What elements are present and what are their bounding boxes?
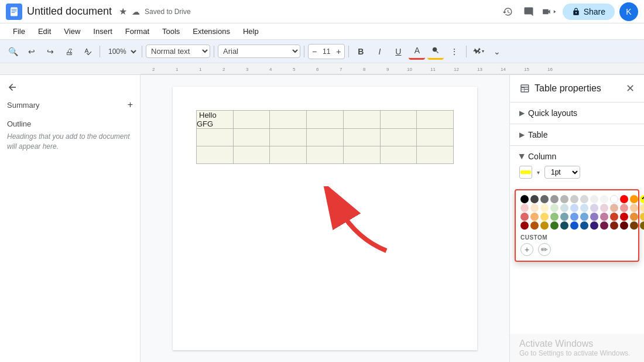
- table-cell[interactable]: [307, 111, 344, 129]
- color-swatch[interactable]: [630, 221, 638, 230]
- color-swatch[interactable]: [600, 204, 608, 212]
- color-swatch-orange[interactable]: [630, 195, 638, 203]
- text-color-button[interactable]: A: [409, 43, 425, 60]
- color-swatch[interactable]: [520, 213, 529, 221]
- menu-help[interactable]: Help: [237, 25, 265, 38]
- color-swatch[interactable]: [540, 221, 549, 230]
- color-swatch[interactable]: [550, 221, 559, 230]
- menu-view[interactable]: View: [58, 25, 86, 38]
- border-color-indicator[interactable]: [519, 166, 532, 179]
- edit-custom-color-button[interactable]: ✏: [538, 243, 551, 256]
- table-cell[interactable]: [343, 111, 380, 129]
- color-swatch[interactable]: [530, 204, 539, 212]
- color-swatch[interactable]: [550, 195, 559, 203]
- color-swatch[interactable]: [610, 221, 618, 230]
- color-swatch[interactable]: [530, 213, 539, 221]
- color-swatch[interactable]: [590, 204, 598, 212]
- color-swatch[interactable]: [540, 213, 549, 221]
- table-cell[interactable]: [270, 146, 307, 164]
- table-cell[interactable]: [197, 129, 234, 146]
- share-button[interactable]: Share: [563, 4, 615, 20]
- table-cell[interactable]: [270, 111, 307, 129]
- color-swatch[interactable]: [570, 195, 578, 203]
- color-swatch[interactable]: [570, 221, 578, 230]
- italic-button[interactable]: I: [371, 43, 388, 60]
- border-color-dropdown-arrow[interactable]: ▾: [537, 169, 540, 176]
- line-color-button[interactable]: ▾: [470, 43, 487, 60]
- color-swatch[interactable]: [580, 213, 588, 221]
- menu-file[interactable]: File: [7, 25, 31, 38]
- underline-button[interactable]: U: [390, 43, 406, 60]
- table-cell[interactable]: [233, 111, 270, 129]
- color-swatch[interactable]: [590, 221, 598, 230]
- cloud-icon[interactable]: ☁: [132, 7, 140, 16]
- sidebar-back-button[interactable]: [7, 82, 133, 93]
- menu-tools[interactable]: Tools: [156, 25, 186, 38]
- document-area[interactable]: Hello GFG: [141, 75, 509, 362]
- color-swatch-yellow-selected[interactable]: [640, 195, 644, 203]
- border-width-select[interactable]: 1pt 0.5pt 1.5pt 2pt 3pt: [544, 166, 580, 179]
- table-cell[interactable]: Hello GFG: [197, 111, 234, 129]
- star-icon[interactable]: ★: [119, 6, 127, 17]
- video-button[interactable]: [542, 4, 558, 20]
- add-summary-button[interactable]: +: [128, 100, 133, 110]
- color-swatch[interactable]: [630, 213, 638, 221]
- table-cell[interactable]: [417, 146, 454, 164]
- color-swatch[interactable]: [640, 221, 644, 230]
- color-swatch[interactable]: [620, 213, 628, 221]
- color-swatch[interactable]: [580, 204, 588, 212]
- more-options-button[interactable]: ⋮: [446, 43, 463, 60]
- history-button[interactable]: [499, 4, 516, 20]
- font-size-decrease[interactable]: −: [309, 45, 320, 59]
- table-cell[interactable]: [233, 146, 270, 164]
- color-swatch[interactable]: [620, 221, 628, 230]
- table-cell[interactable]: [307, 129, 344, 146]
- table-cell[interactable]: [233, 129, 270, 146]
- menu-insert[interactable]: Insert: [87, 25, 118, 38]
- panel-close-button[interactable]: ✕: [626, 82, 635, 95]
- column-section-header[interactable]: ▶ Column: [519, 152, 635, 161]
- color-swatch[interactable]: [640, 213, 644, 221]
- table-cell[interactable]: [417, 129, 454, 146]
- style-select[interactable]: Normal text Heading 1 Heading 2: [146, 45, 210, 58]
- menu-format[interactable]: Format: [119, 25, 155, 38]
- color-swatch[interactable]: [600, 221, 608, 230]
- color-swatch[interactable]: [560, 213, 568, 221]
- zoom-select[interactable]: 100% 75% 125%: [104, 46, 138, 57]
- color-swatch[interactable]: [580, 221, 588, 230]
- color-swatch-white[interactable]: [610, 195, 618, 203]
- color-swatch-black[interactable]: [520, 195, 529, 203]
- document-table[interactable]: Hello GFG: [196, 110, 454, 164]
- color-swatch-red[interactable]: [620, 195, 628, 203]
- print-button[interactable]: 🖨: [61, 43, 77, 60]
- font-select[interactable]: Arial Times New Roman: [218, 45, 300, 58]
- table-cell[interactable]: [270, 129, 307, 146]
- quick-layouts-header[interactable]: ▶ Quick layouts: [519, 108, 635, 118]
- font-size-value[interactable]: 11: [320, 47, 333, 56]
- color-swatch[interactable]: [520, 204, 529, 212]
- spellcheck-button[interactable]: [80, 43, 96, 60]
- undo-button[interactable]: ↩: [23, 43, 40, 60]
- color-swatch[interactable]: [620, 204, 628, 212]
- comments-button[interactable]: [520, 4, 537, 20]
- color-swatch[interactable]: [560, 221, 568, 230]
- table-cell[interactable]: [307, 146, 344, 164]
- color-swatch[interactable]: [610, 204, 618, 212]
- color-swatch[interactable]: [580, 195, 588, 203]
- redo-button[interactable]: ↪: [42, 43, 59, 60]
- user-avatar[interactable]: K: [619, 2, 638, 21]
- color-swatch[interactable]: [590, 213, 598, 221]
- color-swatch[interactable]: [570, 213, 578, 221]
- color-swatch[interactable]: [530, 195, 539, 203]
- color-swatch[interactable]: [590, 195, 598, 203]
- color-swatch[interactable]: [530, 221, 539, 230]
- font-size-increase[interactable]: +: [333, 45, 344, 59]
- color-swatch[interactable]: [570, 204, 578, 212]
- color-swatch[interactable]: [610, 213, 618, 221]
- color-swatch[interactable]: [550, 204, 559, 212]
- color-swatch[interactable]: [560, 195, 568, 203]
- color-swatch[interactable]: [540, 204, 549, 212]
- color-swatch[interactable]: [630, 204, 638, 212]
- table-cell[interactable]: [343, 129, 380, 146]
- menu-extensions[interactable]: Extensions: [187, 25, 236, 38]
